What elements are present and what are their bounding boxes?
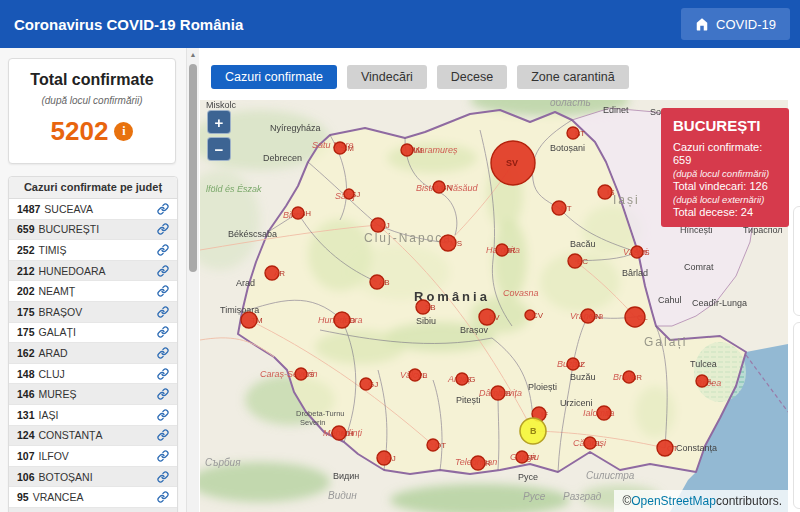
case-marker-HD[interactable]: [334, 312, 350, 328]
info-box-line: (după locul confirmării): [673, 167, 779, 180]
county-link-icon[interactable]: [157, 347, 169, 359]
info-box-lines: Cazuri confirmate: 659(după locul confir…: [673, 141, 779, 219]
zoom-in-button[interactable]: +: [207, 110, 231, 134]
zoom-out-button[interactable]: −: [207, 137, 231, 161]
county-link-icon[interactable]: [157, 471, 169, 483]
county-row: 202NEAMȚ: [9, 281, 177, 302]
case-marker-BZ[interactable]: [567, 358, 579, 370]
county-name: CLUJ: [39, 368, 157, 380]
county-row: 175BRAȘOV: [9, 302, 177, 323]
county-link-icon[interactable]: [157, 285, 169, 297]
case-marker-AG[interactable]: [456, 373, 468, 385]
attribution-prefix: ©: [622, 494, 631, 508]
county-name: BRAȘOV: [39, 306, 157, 318]
case-marker-GJ[interactable]: [360, 378, 372, 390]
map-label: Pitești: [456, 395, 481, 405]
case-marker-AR[interactable]: [265, 266, 279, 280]
county-link-icon[interactable]: [157, 491, 169, 503]
case-marker-VL[interactable]: [409, 369, 421, 381]
case-marker-OT[interactable]: [427, 439, 439, 451]
county-row: 107ILFOV: [9, 446, 177, 467]
map-label: Brașov: [460, 325, 489, 335]
openstreetmap-link[interactable]: OpenStreetMap: [631, 494, 716, 508]
case-marker-BT[interactable]: [567, 127, 579, 139]
case-marker-NT[interactable]: [552, 201, 566, 215]
county-code-label: B: [530, 426, 537, 436]
case-marker-SM[interactable]: [334, 142, 346, 154]
case-marker-TR[interactable]: [471, 456, 485, 470]
case-marker-GR[interactable]: [516, 451, 528, 463]
county-row: 175GALAȚI: [9, 323, 177, 344]
map-label: Covasna: [503, 288, 539, 298]
county-row: 252TIMIȘ: [9, 240, 177, 261]
map-label: Arad: [236, 278, 255, 288]
case-marker-SB[interactable]: [416, 300, 430, 314]
case-marker-GL[interactable]: [625, 307, 645, 327]
case-marker-CJ[interactable]: [371, 218, 385, 232]
county-row: 95VRANCEA: [9, 487, 177, 508]
case-marker-AB[interactable]: [370, 275, 384, 289]
tab-zone-carantina[interactable]: Zone carantină: [517, 65, 628, 89]
county-link-icon[interactable]: [157, 306, 169, 318]
county-cases: 175: [17, 326, 35, 338]
county-link-icon[interactable]: [157, 368, 169, 380]
total-confirmed-card: Total confirmate (după locul confirmării…: [8, 58, 176, 164]
info-icon[interactable]: i: [114, 122, 133, 141]
map-label: Urziceni: [560, 398, 593, 408]
case-marker-IS[interactable]: [598, 185, 612, 199]
case-marker-MH[interactable]: [332, 426, 346, 440]
scroll-up-icon[interactable]: ▲: [187, 49, 199, 61]
tab-decese[interactable]: Decese: [437, 65, 507, 89]
case-marker-HR[interactable]: [496, 244, 508, 256]
county-row: 90ALBA: [9, 508, 177, 512]
county-link-icon[interactable]: [157, 429, 169, 441]
map-label: Debrecen: [263, 153, 302, 163]
case-marker-TL[interactable]: [696, 375, 708, 387]
case-marker-VN[interactable]: [581, 309, 595, 323]
case-marker-SJ[interactable]: [344, 189, 354, 199]
case-marker-CV[interactable]: [525, 310, 535, 320]
main-content: Cazuri confirmate Vindecări Decese Zone …: [199, 48, 800, 512]
attribution-suffix: contributors.: [716, 494, 782, 508]
sidebar-scrollbar[interactable]: ▲: [186, 48, 199, 512]
county-row: 124CONSTANȚA: [9, 426, 177, 447]
case-marker-DB[interactable]: [491, 386, 505, 400]
sidebar-scrollbar-thumb[interactable]: [189, 64, 197, 272]
county-name: NEAMȚ: [39, 285, 157, 297]
map-label: Drobeta-Turnu: [296, 409, 345, 418]
county-link-icon[interactable]: [157, 409, 169, 421]
case-marker-BH[interactable]: [292, 207, 304, 219]
case-marker-CL[interactable]: [584, 437, 596, 449]
tab-vindecari[interactable]: Vindecări: [347, 65, 427, 89]
home-button[interactable]: COVID-19: [681, 8, 790, 40]
case-marker-BV[interactable]: [479, 309, 495, 325]
case-marker-CT[interactable]: [657, 440, 673, 456]
case-marker-IL[interactable]: [597, 406, 611, 420]
county-name: TIMIȘ: [39, 244, 157, 256]
case-marker-MS[interactable]: [440, 235, 456, 251]
county-link-icon[interactable]: [157, 223, 169, 235]
map-zoom-controls: + −: [207, 110, 231, 164]
case-marker-BN[interactable]: [433, 181, 445, 193]
map-label: Buzău: [570, 372, 596, 382]
case-marker-VS[interactable]: [631, 246, 643, 258]
county-link-icon[interactable]: [157, 265, 169, 277]
county-link-icon[interactable]: [157, 388, 169, 400]
county-code-label: SV: [506, 158, 518, 168]
county-link-icon[interactable]: [157, 326, 169, 338]
case-marker-BR[interactable]: [623, 371, 635, 383]
county-list-header: Cazuri confirmate pe județ: [9, 177, 177, 199]
case-marker-CS[interactable]: [295, 368, 307, 380]
case-marker-MM[interactable]: [401, 144, 413, 156]
clipped-panel-edge: [793, 322, 800, 509]
case-marker-TM[interactable]: [241, 312, 257, 328]
tab-cazuri-confirmate[interactable]: Cazuri confirmate: [211, 65, 337, 89]
county-link-icon[interactable]: [157, 203, 169, 215]
case-marker-DJ[interactable]: [377, 451, 391, 465]
county-name: BOTOȘANI: [39, 471, 157, 483]
county-link-icon[interactable]: [157, 450, 169, 462]
map-label: Сърбия: [205, 457, 241, 468]
case-marker-BC[interactable]: [568, 254, 582, 268]
map-label: Русе: [523, 491, 546, 502]
county-link-icon[interactable]: [157, 244, 169, 256]
